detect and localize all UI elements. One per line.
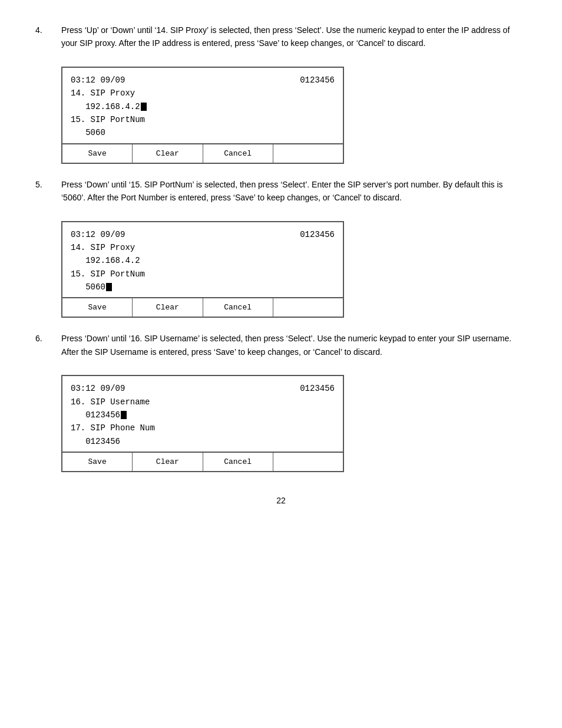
- screen-2-cursor: [106, 283, 112, 291]
- screen-2-time: 03:12 09/09: [71, 228, 125, 241]
- screen-3-clear-button[interactable]: Clear: [133, 453, 203, 471]
- step-6-block: 6. Press ‘Down’ until ‘16. SIP Username’…: [35, 332, 527, 358]
- screen-2-body: 03:12 09/09 0123456 14. SIP Proxy 192.16…: [62, 222, 343, 298]
- step-6-text: Press ‘Down’ until ‘16. SIP Username’ is…: [61, 332, 527, 358]
- step-5-text: Press ‘Down’ until ‘15. SIP PortNum’ is …: [61, 178, 527, 205]
- screen-3-save-button[interactable]: Save: [62, 453, 133, 471]
- screen-1-save-button[interactable]: Save: [62, 144, 133, 163]
- page-content: 4. Press ‘Up’ or ‘Down’ until ‘14. SIP P…: [35, 24, 527, 505]
- step-5-block: 5. Press ‘Down’ until ‘15. SIP PortNum’ …: [35, 178, 527, 205]
- screen-1-line-1: 192.168.4.2: [71, 100, 335, 113]
- screen-1-clear-button[interactable]: Clear: [133, 144, 203, 163]
- screen-1: 03:12 09/09 0123456 14. SIP Proxy 192.16…: [61, 67, 344, 164]
- screen-2-save-button[interactable]: Save: [62, 298, 133, 317]
- screen-2-line-2: 15. SIP PortNum: [71, 268, 335, 281]
- screen-3-time: 03:12 09/09: [71, 382, 125, 395]
- screen-3-cancel-button[interactable]: Cancel: [203, 453, 273, 471]
- screen-3: 03:12 09/09 0123456 16. SIP Username 012…: [61, 375, 344, 472]
- screen-2-clear-button[interactable]: Clear: [133, 298, 203, 317]
- screen-2-empty-button[interactable]: [273, 298, 343, 317]
- screen-3-header: 03:12 09/09 0123456: [71, 382, 335, 395]
- screen-3-cursor: [121, 411, 127, 419]
- screen-1-buttons: Save Clear Cancel: [62, 143, 343, 163]
- screen-3-line-3: 0123456: [71, 435, 335, 448]
- step-4-text: Press ‘Up’ or ‘Down’ until ‘14. SIP Prox…: [61, 24, 527, 50]
- screen-1-cursor: [141, 103, 147, 111]
- screen-1-empty-button[interactable]: [273, 144, 343, 163]
- screen-2: 03:12 09/09 0123456 14. SIP Proxy 192.16…: [61, 221, 344, 318]
- screen-1-body: 03:12 09/09 0123456 14. SIP Proxy 192.16…: [62, 68, 343, 143]
- screen-1-id: 0123456: [300, 74, 335, 87]
- screen-1-line-3: 5060: [71, 126, 335, 139]
- screen-2-cancel-button[interactable]: Cancel: [203, 298, 273, 317]
- step-6-number: 6.: [35, 332, 52, 358]
- screen-3-line-1: 0123456: [71, 409, 335, 421]
- screen-2-id: 0123456: [300, 228, 335, 241]
- screen-1-cancel-button[interactable]: Cancel: [203, 144, 273, 163]
- screen-1-line-2: 15. SIP PortNum: [71, 113, 335, 126]
- page-number: 22: [35, 496, 527, 505]
- screen-2-line-3: 5060: [71, 281, 335, 294]
- screen-3-empty-button[interactable]: [273, 453, 343, 471]
- screen-3-line-0: 16. SIP Username: [71, 396, 335, 409]
- screen-3-body: 03:12 09/09 0123456 16. SIP Username 012…: [62, 376, 343, 452]
- screen-3-buttons: Save Clear Cancel: [62, 452, 343, 471]
- step-4-block: 4. Press ‘Up’ or ‘Down’ until ‘14. SIP P…: [35, 24, 527, 50]
- screen-3-line-2: 17. SIP Phone Num: [71, 421, 335, 434]
- screen-2-header: 03:12 09/09 0123456: [71, 228, 335, 241]
- screen-1-line-0: 14. SIP Proxy: [71, 87, 335, 100]
- screen-2-line-0: 14. SIP Proxy: [71, 241, 335, 254]
- screen-1-header: 03:12 09/09 0123456: [71, 74, 335, 87]
- screen-2-line-1: 192.168.4.2: [71, 254, 335, 267]
- screen-1-time: 03:12 09/09: [71, 74, 125, 87]
- screen-2-buttons: Save Clear Cancel: [62, 297, 343, 317]
- screen-3-id: 0123456: [300, 382, 335, 395]
- step-4-number: 4.: [35, 24, 52, 50]
- step-5-number: 5.: [35, 178, 52, 205]
